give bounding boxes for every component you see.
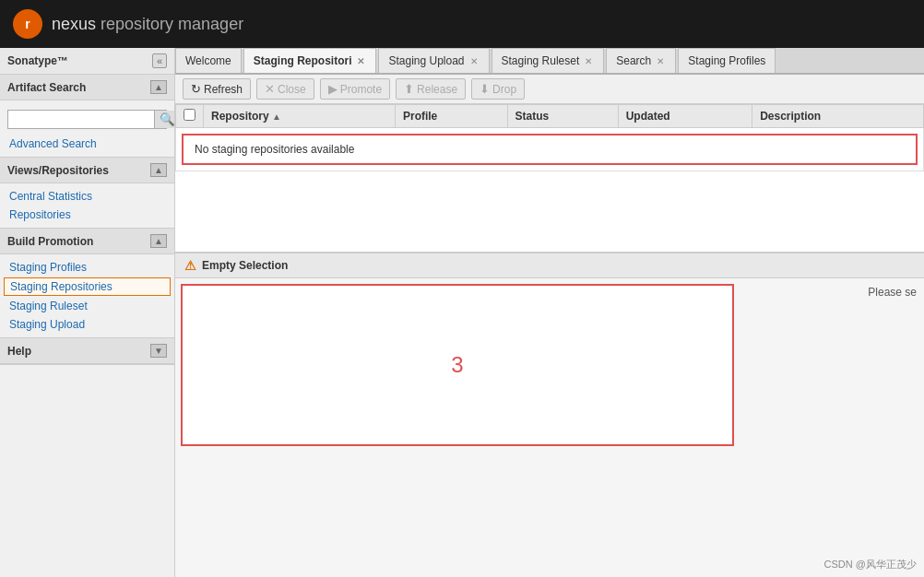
description-col-header[interactable]: Description — [752, 105, 924, 128]
views-repos-title: Views/Repositories — [7, 164, 109, 177]
tabs-bar: Welcome Staging Repositori ✕ Staging Upl… — [175, 48, 924, 75]
tab-staging-ruleset-close[interactable]: ✕ — [583, 56, 594, 66]
tab-search-label: Search — [616, 54, 651, 67]
views-repos-section: Views/Repositories ▲ Central Statistics … — [0, 158, 174, 229]
build-promotion-section: Build Promotion ▲ Staging Profiles Stagi… — [0, 229, 174, 338]
profile-col-header[interactable]: Profile — [395, 105, 507, 128]
tab-welcome[interactable]: Welcome — [175, 48, 242, 73]
search-input-wrap: 🔍 — [7, 110, 167, 129]
bottom-panel-content: 3 Please se — [175, 278, 924, 452]
repositories-link[interactable]: Repositories — [0, 206, 174, 224]
sidebar-collapse-button[interactable]: « — [152, 53, 167, 68]
help-section: Help ▼ — [0, 338, 174, 365]
toolbar: ↻ Refresh ✕ Close ▶ Promote ⬆ Release ⬇ … — [175, 75, 924, 104]
sidebar-staging-profiles-link[interactable]: Staging Profiles — [0, 258, 174, 277]
tab-staging-upload[interactable]: Staging Upload ✕ — [378, 48, 489, 73]
status-col-header[interactable]: Status — [507, 105, 618, 128]
search-button[interactable]: 🔍 — [154, 111, 175, 128]
table-header-row: Repository ▲ Profile Status Updated Desc… — [176, 105, 924, 128]
tab-staging-profiles-label: Staging Profiles — [688, 54, 765, 67]
main-layout: Sonatype™ « Artifact Search ▲ 🔍 Advanced… — [0, 48, 924, 577]
logo-icon: r — [11, 7, 44, 41]
no-repos-message: No staging repositories available — [182, 134, 918, 165]
promote-icon: ▶ — [328, 82, 338, 96]
promote-button[interactable]: ▶ Promote — [320, 78, 390, 100]
promote-label: Promote — [340, 83, 382, 96]
close-icon: ✕ — [265, 82, 275, 96]
sidebar-staging-upload-link[interactable]: Staging Upload — [0, 315, 174, 334]
refresh-icon: ↻ — [191, 82, 201, 96]
repository-table: Repository ▲ Profile Status Updated Desc… — [175, 104, 924, 171]
artifact-search-title: Artifact Search — [7, 81, 86, 94]
build-promotion-toggle[interactable]: ▲ — [150, 234, 167, 248]
repository-col-header[interactable]: Repository ▲ — [204, 105, 396, 128]
views-repos-content: Central Statistics Repositories — [0, 183, 174, 228]
release-button[interactable]: ⬆ Release — [396, 78, 466, 100]
warning-icon: ⚠ — [184, 258, 196, 273]
svg-text:r: r — [25, 17, 30, 31]
help-title: Help — [7, 345, 31, 358]
select-all-checkbox[interactable] — [184, 109, 195, 121]
sort-arrow-icon: ▲ — [272, 112, 281, 122]
tab-staging-ruleset-label: Staging Ruleset — [502, 54, 580, 67]
artifact-search-toggle[interactable]: ▲ — [150, 80, 167, 94]
artifact-search-content: 🔍 Advanced Search — [0, 100, 174, 157]
advanced-search-link[interactable]: Advanced Search — [0, 135, 174, 153]
build-promotion-content: Staging Profiles Staging Repositories St… — [0, 254, 174, 337]
drop-icon: ⬇ — [480, 82, 490, 96]
app-header: r nexus repository manager — [0, 0, 924, 48]
drop-button[interactable]: ⬇ Drop — [471, 78, 525, 100]
logo-area: r nexus repository manager — [11, 7, 243, 41]
search-area: 🔍 — [0, 104, 174, 135]
build-promotion-title: Build Promotion — [7, 235, 93, 248]
checkbox-col-header — [176, 105, 204, 128]
table-area: Repository ▲ Profile Status Updated Desc… — [175, 104, 924, 252]
bottom-panel: ⚠ Empty Selection 3 Please se — [175, 252, 924, 454]
tab-staging-repos-label: Staging Repositori — [254, 54, 352, 67]
tab-staging-upload-close[interactable]: ✕ — [468, 56, 480, 66]
tab-search[interactable]: Search ✕ — [606, 48, 676, 73]
tab-staging-ruleset[interactable]: Staging Ruleset ✕ — [492, 48, 605, 73]
tab-search-close[interactable]: ✕ — [655, 56, 666, 66]
release-label: Release — [417, 83, 457, 96]
refresh-label: Refresh — [204, 83, 243, 96]
empty-message-row: No staging repositories available — [176, 128, 924, 171]
close-label: Close — [278, 83, 306, 96]
logo-nexus: nexus — [52, 15, 96, 33]
search-input[interactable] — [8, 111, 154, 128]
bottom-panel-left-area: 3 — [181, 284, 734, 446]
sidebar-title: Sonatype™ — [7, 54, 68, 67]
bottom-panel-right-area: Please se — [740, 278, 924, 452]
sidebar-staging-ruleset-link[interactable]: Staging Ruleset — [0, 297, 174, 315]
artifact-search-header[interactable]: Artifact Search ▲ — [0, 75, 174, 100]
watermark: CSDN @风华正茂少 — [824, 558, 917, 571]
close-button[interactable]: ✕ Close — [256, 78, 314, 100]
sidebar-header: Sonatype™ « — [0, 48, 174, 75]
logo-repo: repository manager — [101, 15, 243, 33]
sidebar: Sonatype™ « Artifact Search ▲ 🔍 Advanced… — [0, 48, 175, 577]
refresh-button[interactable]: ↻ Refresh — [183, 78, 251, 100]
bottom-panel-right-text: Please se — [868, 286, 917, 299]
sidebar-staging-repositories-link[interactable]: Staging Repositories — [4, 277, 171, 296]
tab-staging-repos-close[interactable]: ✕ — [355, 56, 366, 66]
central-statistics-link[interactable]: Central Statistics — [0, 187, 174, 206]
build-promotion-header[interactable]: Build Promotion ▲ — [0, 229, 174, 254]
help-header[interactable]: Help ▼ — [0, 338, 174, 364]
release-icon: ⬆ — [404, 82, 414, 96]
bottom-panel-header: ⚠ Empty Selection — [175, 253, 924, 278]
views-repos-toggle[interactable]: ▲ — [150, 163, 167, 177]
content-area: Welcome Staging Repositori ✕ Staging Upl… — [175, 48, 924, 577]
tab-welcome-label: Welcome — [185, 54, 231, 67]
tab-staging-upload-label: Staging Upload — [388, 54, 464, 67]
bottom-panel-number: 3 — [451, 352, 463, 378]
artifact-search-section: Artifact Search ▲ 🔍 Advanced Search — [0, 75, 174, 158]
tab-staging-profiles[interactable]: Staging Profiles — [678, 48, 776, 73]
views-repos-header[interactable]: Views/Repositories ▲ — [0, 158, 174, 183]
drop-label: Drop — [492, 83, 516, 96]
tab-staging-repos[interactable]: Staging Repositori ✕ — [243, 48, 377, 75]
updated-col-header[interactable]: Updated — [618, 105, 752, 128]
logo-text: nexus repository manager — [52, 15, 243, 34]
bottom-panel-title: Empty Selection — [202, 259, 288, 272]
help-toggle[interactable]: ▼ — [150, 344, 167, 358]
